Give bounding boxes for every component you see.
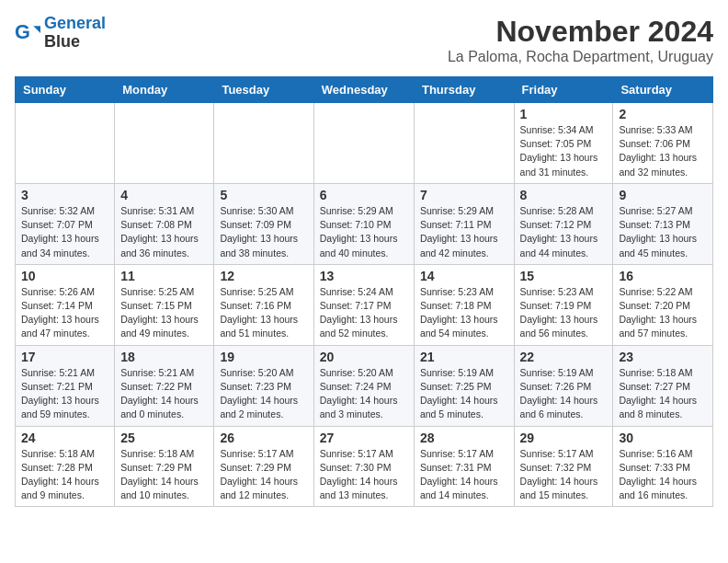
- day-info: Sunrise: 5:18 AM Sunset: 7:29 PM Dayligh…: [120, 447, 208, 503]
- logo: G General Blue: [15, 15, 106, 52]
- calendar-cell: 21Sunrise: 5:19 AM Sunset: 7:25 PM Dayli…: [414, 345, 514, 426]
- day-number: 10: [21, 269, 108, 283]
- calendar-week-row: 3Sunrise: 5:32 AM Sunset: 7:07 PM Daylig…: [16, 183, 713, 264]
- calendar-week-row: 1Sunrise: 5:34 AM Sunset: 7:05 PM Daylig…: [16, 103, 713, 184]
- day-number: 6: [320, 188, 408, 202]
- day-info: Sunrise: 5:23 AM Sunset: 7:18 PM Dayligh…: [420, 285, 508, 341]
- day-info: Sunrise: 5:27 AM Sunset: 7:13 PM Dayligh…: [619, 204, 707, 260]
- calendar-cell: 17Sunrise: 5:21 AM Sunset: 7:21 PM Dayli…: [16, 345, 115, 426]
- day-info: Sunrise: 5:17 AM Sunset: 7:30 PM Dayligh…: [320, 447, 408, 503]
- month-title: November 2024: [448, 15, 713, 49]
- day-number: 7: [420, 188, 508, 202]
- calendar-body: 1Sunrise: 5:34 AM Sunset: 7:05 PM Daylig…: [16, 103, 713, 507]
- calendar-cell: [214, 103, 313, 184]
- calendar-cell: 26Sunrise: 5:17 AM Sunset: 7:29 PM Dayli…: [214, 426, 313, 507]
- day-info: Sunrise: 5:25 AM Sunset: 7:15 PM Dayligh…: [120, 285, 208, 341]
- calendar-cell: 7Sunrise: 5:29 AM Sunset: 7:11 PM Daylig…: [414, 183, 514, 264]
- day-number: 28: [420, 431, 508, 445]
- day-number: 17: [21, 350, 108, 364]
- calendar-cell: 1Sunrise: 5:34 AM Sunset: 7:05 PM Daylig…: [514, 103, 613, 184]
- day-info: Sunrise: 5:32 AM Sunset: 7:07 PM Dayligh…: [21, 204, 108, 260]
- day-info: Sunrise: 5:31 AM Sunset: 7:08 PM Dayligh…: [120, 204, 208, 260]
- day-number: 15: [520, 269, 608, 283]
- day-number: 23: [619, 350, 707, 364]
- day-number: 1: [520, 107, 608, 121]
- day-number: 2: [619, 107, 707, 121]
- day-info: Sunrise: 5:23 AM Sunset: 7:19 PM Dayligh…: [520, 285, 608, 341]
- day-info: Sunrise: 5:28 AM Sunset: 7:12 PM Dayligh…: [520, 204, 608, 260]
- calendar-cell: 20Sunrise: 5:20 AM Sunset: 7:24 PM Dayli…: [313, 345, 414, 426]
- day-number: 25: [120, 431, 208, 445]
- svg-marker-1: [33, 26, 40, 33]
- calendar-cell: [414, 103, 514, 184]
- day-info: Sunrise: 5:19 AM Sunset: 7:25 PM Dayligh…: [420, 366, 508, 422]
- day-number: 12: [220, 269, 307, 283]
- svg-text:G: G: [15, 20, 30, 43]
- day-number: 30: [619, 431, 707, 445]
- day-info: Sunrise: 5:17 AM Sunset: 7:32 PM Dayligh…: [520, 447, 608, 503]
- day-number: 21: [420, 350, 508, 364]
- calendar-cell: 5Sunrise: 5:30 AM Sunset: 7:09 PM Daylig…: [214, 183, 313, 264]
- calendar-cell: 3Sunrise: 5:32 AM Sunset: 7:07 PM Daylig…: [16, 183, 115, 264]
- day-info: Sunrise: 5:22 AM Sunset: 7:20 PM Dayligh…: [619, 285, 707, 341]
- day-number: 19: [220, 350, 307, 364]
- calendar-cell: 19Sunrise: 5:20 AM Sunset: 7:23 PM Dayli…: [214, 345, 313, 426]
- day-number: 5: [220, 188, 307, 202]
- day-info: Sunrise: 5:33 AM Sunset: 7:06 PM Dayligh…: [619, 123, 707, 179]
- day-number: 3: [21, 188, 108, 202]
- location-title: La Paloma, Rocha Department, Uruguay: [448, 49, 713, 65]
- day-number: 14: [420, 269, 508, 283]
- day-number: 13: [320, 269, 408, 283]
- day-number: 27: [320, 431, 408, 445]
- weekday-header-row: SundayMondayTuesdayWednesdayThursdayFrid…: [16, 77, 713, 103]
- day-info: Sunrise: 5:16 AM Sunset: 7:33 PM Dayligh…: [619, 447, 707, 503]
- day-info: Sunrise: 5:26 AM Sunset: 7:14 PM Dayligh…: [21, 285, 108, 341]
- calendar-cell: 29Sunrise: 5:17 AM Sunset: 7:32 PM Dayli…: [514, 426, 613, 507]
- calendar-cell: 15Sunrise: 5:23 AM Sunset: 7:19 PM Dayli…: [514, 264, 613, 345]
- calendar-week-row: 17Sunrise: 5:21 AM Sunset: 7:21 PM Dayli…: [16, 345, 713, 426]
- calendar-cell: 16Sunrise: 5:22 AM Sunset: 7:20 PM Dayli…: [613, 264, 713, 345]
- day-number: 29: [520, 431, 608, 445]
- calendar-cell: 11Sunrise: 5:25 AM Sunset: 7:15 PM Dayli…: [115, 264, 214, 345]
- calendar-cell: 14Sunrise: 5:23 AM Sunset: 7:18 PM Dayli…: [414, 264, 514, 345]
- calendar-cell: 13Sunrise: 5:24 AM Sunset: 7:17 PM Dayli…: [313, 264, 414, 345]
- calendar-cell: 30Sunrise: 5:16 AM Sunset: 7:33 PM Dayli…: [613, 426, 713, 507]
- day-info: Sunrise: 5:29 AM Sunset: 7:10 PM Dayligh…: [320, 204, 408, 260]
- calendar-cell: 10Sunrise: 5:26 AM Sunset: 7:14 PM Dayli…: [16, 264, 115, 345]
- day-info: Sunrise: 5:20 AM Sunset: 7:23 PM Dayligh…: [220, 366, 307, 422]
- day-number: 9: [619, 188, 707, 202]
- day-number: 24: [21, 431, 108, 445]
- calendar-cell: 28Sunrise: 5:17 AM Sunset: 7:31 PM Dayli…: [414, 426, 514, 507]
- logo-text: General Blue: [44, 15, 106, 52]
- weekday-header-cell: Saturday: [613, 77, 713, 103]
- weekday-header-cell: Sunday: [16, 77, 115, 103]
- calendar-cell: 27Sunrise: 5:17 AM Sunset: 7:30 PM Dayli…: [313, 426, 414, 507]
- day-number: 20: [320, 350, 408, 364]
- day-info: Sunrise: 5:18 AM Sunset: 7:27 PM Dayligh…: [619, 366, 707, 422]
- day-info: Sunrise: 5:21 AM Sunset: 7:22 PM Dayligh…: [120, 366, 208, 422]
- weekday-header-cell: Thursday: [414, 77, 514, 103]
- day-info: Sunrise: 5:21 AM Sunset: 7:21 PM Dayligh…: [21, 366, 108, 422]
- calendar-cell: 8Sunrise: 5:28 AM Sunset: 7:12 PM Daylig…: [514, 183, 613, 264]
- title-area: November 2024 La Paloma, Rocha Departmen…: [448, 15, 713, 65]
- calendar: SundayMondayTuesdayWednesdayThursdayFrid…: [15, 76, 713, 507]
- day-info: Sunrise: 5:30 AM Sunset: 7:09 PM Dayligh…: [220, 204, 307, 260]
- calendar-cell: 22Sunrise: 5:19 AM Sunset: 7:26 PM Dayli…: [514, 345, 613, 426]
- calendar-cell: 6Sunrise: 5:29 AM Sunset: 7:10 PM Daylig…: [313, 183, 414, 264]
- calendar-cell: 24Sunrise: 5:18 AM Sunset: 7:28 PM Dayli…: [16, 426, 115, 507]
- calendar-cell: 18Sunrise: 5:21 AM Sunset: 7:22 PM Dayli…: [115, 345, 214, 426]
- day-number: 18: [120, 350, 208, 364]
- weekday-header-cell: Monday: [115, 77, 214, 103]
- day-info: Sunrise: 5:17 AM Sunset: 7:29 PM Dayligh…: [220, 447, 307, 503]
- day-info: Sunrise: 5:34 AM Sunset: 7:05 PM Dayligh…: [520, 123, 608, 179]
- calendar-cell: 2Sunrise: 5:33 AM Sunset: 7:06 PM Daylig…: [613, 103, 713, 184]
- calendar-cell: 9Sunrise: 5:27 AM Sunset: 7:13 PM Daylig…: [613, 183, 713, 264]
- weekday-header-cell: Wednesday: [313, 77, 414, 103]
- day-info: Sunrise: 5:20 AM Sunset: 7:24 PM Dayligh…: [320, 366, 408, 422]
- calendar-cell: [115, 103, 214, 184]
- logo-icon: G: [15, 20, 40, 46]
- calendar-cell: 23Sunrise: 5:18 AM Sunset: 7:27 PM Dayli…: [613, 345, 713, 426]
- day-info: Sunrise: 5:19 AM Sunset: 7:26 PM Dayligh…: [520, 366, 608, 422]
- weekday-header-cell: Tuesday: [214, 77, 313, 103]
- day-number: 16: [619, 269, 707, 283]
